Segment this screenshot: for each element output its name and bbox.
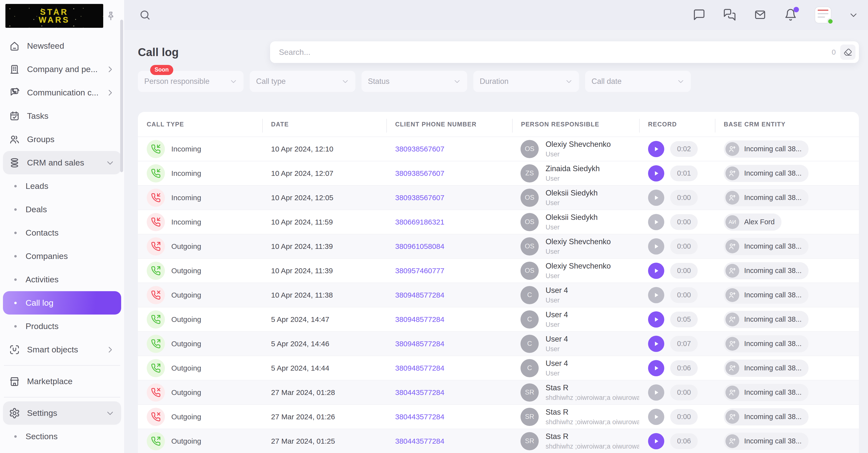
user-avatar[interactable] xyxy=(815,7,831,23)
sidebar-item-activities[interactable]: Activities xyxy=(3,268,121,291)
crm-entity-chip[interactable]: Incoming call 38... xyxy=(724,311,809,328)
person-responsible-cell: C User 4 User xyxy=(512,310,639,329)
play-record-button[interactable] xyxy=(648,409,664,425)
sidebar-item-companies[interactable]: Companies xyxy=(3,245,121,268)
crm-entity-chip[interactable]: Incoming call 38... xyxy=(724,189,809,206)
sidebar-item-smart-objects[interactable]: Smart objects xyxy=(3,338,121,361)
crm-entity-chip[interactable]: Incoming call 38... xyxy=(724,238,809,255)
mail-button[interactable] xyxy=(754,8,767,22)
client-phone-link[interactable]: 380938567607 xyxy=(395,169,444,177)
sidebar-item-contacts[interactable]: Contacts xyxy=(3,221,121,245)
play-record-button[interactable] xyxy=(648,336,664,352)
sidebar-item-newsfeed[interactable]: Newsfeed xyxy=(3,34,121,58)
filter-duration[interactable]: Duration xyxy=(473,71,579,92)
table-row[interactable]: Incoming 10 Apr 2024, 12:07 380938567607… xyxy=(138,161,859,185)
sidebar-item-tasks[interactable]: Tasks xyxy=(3,104,121,128)
play-record-button[interactable] xyxy=(648,238,664,255)
filter-call-date[interactable]: Call date xyxy=(585,71,691,92)
table-row[interactable]: Incoming 10 Apr 2024, 12:10 380938567607… xyxy=(138,137,859,161)
client-phone-link[interactable]: 380957460777 xyxy=(395,266,444,275)
filter-status[interactable]: Status xyxy=(362,71,467,92)
crm-entity-chip[interactable]: Incoming call 38... xyxy=(724,432,809,450)
table-row[interactable]: Outgoing 10 Apr 2024, 11:38 380948577284… xyxy=(138,283,859,307)
sidebar-item-sections[interactable]: Sections xyxy=(3,425,121,448)
client-phone-link[interactable]: 380938567607 xyxy=(395,194,444,202)
play-record-button[interactable] xyxy=(648,141,664,157)
filter-call-type[interactable]: Call type xyxy=(250,71,355,92)
crm-entity-chip[interactable]: Incoming call 38... xyxy=(724,360,809,377)
global-search-button[interactable] xyxy=(139,9,151,21)
bullet-icon xyxy=(14,325,17,328)
crm-entity-chip[interactable]: Incoming call 38... xyxy=(724,165,809,182)
table-row[interactable]: Outgoing 10 Apr 2024, 11:39 380961058084… xyxy=(138,234,859,258)
entity-label: Incoming call 38... xyxy=(744,291,802,299)
client-phone-cell: 380948577284 xyxy=(386,315,512,323)
person-responsible-cell: C User 4 User xyxy=(512,335,639,353)
table-row[interactable]: Incoming 10 Apr 2024, 12:05 380938567607… xyxy=(138,185,859,209)
bullet-icon xyxy=(14,435,17,438)
person-subtitle: User xyxy=(546,296,568,304)
table-row[interactable]: Outgoing 5 Apr 2024, 14:47 380948577284 … xyxy=(138,307,859,331)
notifications-bell-button[interactable] xyxy=(784,8,797,22)
sidebar-item-crm-and-sales[interactable]: CRM and sales xyxy=(3,151,121,174)
person-name: User 4 xyxy=(546,359,568,368)
play-icon xyxy=(652,170,660,177)
chat-bubble-button[interactable] xyxy=(693,8,706,22)
crm-entity-chip[interactable]: АИ Alex Ford xyxy=(724,214,781,231)
table-row[interactable]: Outgoing 27 Mar 2024, 01:25 380443577284… xyxy=(138,429,859,453)
avatar: OS xyxy=(521,140,539,158)
play-record-button[interactable] xyxy=(648,165,664,181)
play-record-button[interactable] xyxy=(648,433,664,449)
table-row[interactable]: Incoming 10 Apr 2024, 11:59 380669186321… xyxy=(138,209,859,234)
sidebar-item-communication-c[interactable]: Communication c... xyxy=(3,81,121,104)
chevron-down-icon xyxy=(677,78,684,85)
table-row[interactable]: Outgoing 5 Apr 2024, 14:44 380948577284 … xyxy=(138,356,859,380)
client-phone-link[interactable]: 380961058084 xyxy=(395,242,444,250)
client-phone-link[interactable]: 380948577284 xyxy=(395,364,444,372)
sidebar-item-deals[interactable]: Deals xyxy=(3,198,121,221)
crm-entity-chip[interactable]: Incoming call 38... xyxy=(724,140,809,158)
chat-bubbles-button[interactable] xyxy=(723,8,736,22)
clear-search-button[interactable] xyxy=(840,45,856,60)
entity-avatar xyxy=(725,386,739,399)
sidebar-item-company-and-pe[interactable]: Company and pe... xyxy=(3,58,121,81)
client-phone-link[interactable]: 380443577284 xyxy=(395,413,444,421)
crm-entity-chip[interactable]: Incoming call 38... xyxy=(724,262,809,279)
client-phone-link[interactable]: 380948577284 xyxy=(395,291,444,299)
sidebar-scrollbar[interactable] xyxy=(120,20,123,172)
crm-entity-chip[interactable]: Incoming call 38... xyxy=(724,286,809,304)
table-row[interactable]: Outgoing 27 Mar 2024, 01:28 380443577284… xyxy=(138,380,859,404)
sidebar-item-leads[interactable]: Leads xyxy=(3,174,121,198)
table-row[interactable]: Outgoing 10 Apr 2024, 11:39 380957460777… xyxy=(138,258,859,283)
person-name: User 4 xyxy=(546,335,568,344)
profile-menu-button[interactable] xyxy=(849,10,858,20)
crm-entity-chip[interactable]: Incoming call 38... xyxy=(724,384,809,401)
record-duration: 0:02 xyxy=(670,141,698,157)
client-phone-link[interactable]: 380938567607 xyxy=(395,145,444,153)
table-row[interactable]: Outgoing 5 Apr 2024, 14:46 380948577284 … xyxy=(138,331,859,356)
sidebar-item-settings[interactable]: Settings xyxy=(3,401,121,425)
play-record-button[interactable] xyxy=(648,385,664,401)
sidebar-item-groups[interactable]: Groups xyxy=(3,128,121,151)
play-record-button[interactable] xyxy=(648,287,664,303)
client-phone-link[interactable]: 380669186321 xyxy=(395,218,444,226)
client-phone-link[interactable]: 380443577284 xyxy=(395,437,444,445)
table-row[interactable]: Outgoing 27 Mar 2024, 01:26 380443577284… xyxy=(138,404,859,429)
sidebar-item-call-log[interactable]: Call log xyxy=(3,291,121,315)
phone-in-icon xyxy=(147,189,165,207)
client-phone-link[interactable]: 380948577284 xyxy=(395,315,444,323)
crm-entity-chip[interactable]: Incoming call 38... xyxy=(724,408,809,425)
pin-sidebar-button[interactable] xyxy=(104,9,117,22)
play-record-button[interactable] xyxy=(648,190,664,206)
filter-person-responsible[interactable]: Soon Person responsible xyxy=(138,71,244,92)
client-phone-link[interactable]: 380948577284 xyxy=(395,340,444,348)
play-record-button[interactable] xyxy=(648,311,664,328)
search-input[interactable] xyxy=(279,48,827,57)
crm-entity-chip[interactable]: Incoming call 38... xyxy=(724,335,809,352)
play-record-button[interactable] xyxy=(648,214,664,230)
client-phone-link[interactable]: 380443577284 xyxy=(395,388,444,396)
sidebar-item-products[interactable]: Products xyxy=(3,315,121,338)
play-record-button[interactable] xyxy=(648,360,664,376)
play-record-button[interactable] xyxy=(648,263,664,279)
sidebar-item-marketplace[interactable]: Marketplace xyxy=(3,370,121,393)
